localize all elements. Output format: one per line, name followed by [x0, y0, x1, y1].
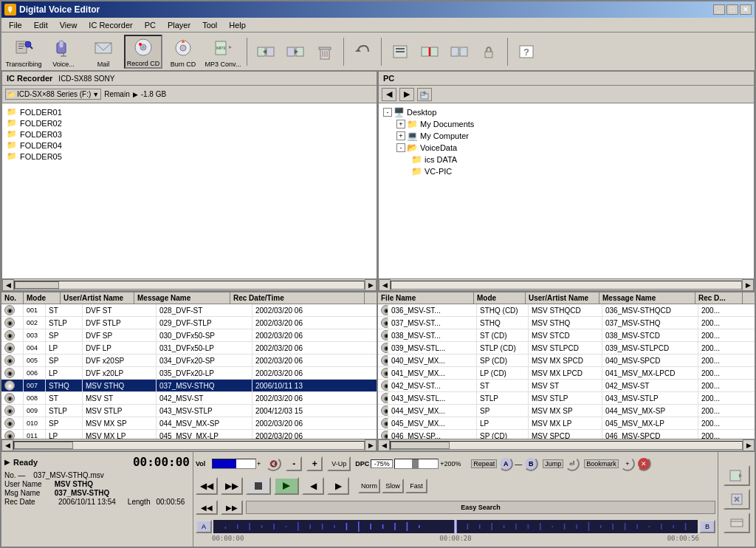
- back-button[interactable]: ◀: [382, 88, 396, 101]
- undo-button[interactable]: [348, 35, 377, 69]
- forward-step-button[interactable]: ▶▶: [221, 500, 243, 515]
- pc-scroll-right[interactable]: ▶: [742, 279, 754, 291]
- norm-button[interactable]: Norm: [358, 479, 380, 493]
- fast-button[interactable]: Fast: [405, 479, 427, 493]
- right-btn-3[interactable]: [724, 513, 750, 533]
- th-user[interactable]: User/Artist Name: [61, 292, 134, 304]
- menu-view[interactable]: View: [54, 19, 83, 31]
- waveform-display[interactable]: [213, 520, 698, 533]
- right-btn-2[interactable]: [724, 489, 750, 510]
- pc-table-row-8[interactable]: ◉ 044_MSV_MX... SP MSV MX SP 044_MSV_MX-…: [378, 405, 755, 417]
- vol-down-button[interactable]: 🔇: [265, 456, 281, 471]
- minimize-button[interactable]: _: [713, 4, 725, 15]
- delete-button[interactable]: [311, 35, 339, 69]
- table-row-ic-10[interactable]: ◉ 011 LP MSV MX LP 045_MSV_MX-LP 2002/03…: [1, 430, 377, 439]
- pc-table-row-3[interactable]: ◉ 039_MSV-STL... STLP (CD) MSV STLPCD 03…: [378, 342, 755, 355]
- table-row-ic-4[interactable]: ◉ 005 SP DVF x20SP 034_DVFx20-SP 2002/03…: [1, 355, 377, 367]
- pc-scroll-left[interactable]: ◀: [379, 279, 391, 291]
- play-button[interactable]: [274, 477, 299, 495]
- close-button[interactable]: ✕: [740, 4, 752, 15]
- table-row-ic-1[interactable]: ◉ 002 STLP DVF STLP 029_DVF-STLP 2002/03…: [1, 317, 377, 329]
- transcribing-button[interactable]: Transcribing: [4, 35, 43, 69]
- hscroll-track[interactable]: [14, 281, 365, 290]
- copy-from-pc-button[interactable]: [281, 35, 309, 69]
- menu-edit[interactable]: Edit: [28, 19, 54, 31]
- pc-hscroll-track[interactable]: [391, 281, 742, 290]
- v-up-button[interactable]: V-Up: [327, 456, 351, 471]
- folder-item-0[interactable]: 📁 FOLDER01: [5, 106, 374, 117]
- pc-table-row-9[interactable]: ◉ 045_MSV_MX... LP MSV MX LP 045_MSV_MX-…: [378, 417, 755, 430]
- repeat-b-button[interactable]: B: [523, 456, 538, 471]
- pc-th-user[interactable]: User/Artist Name: [526, 292, 599, 304]
- menu-player[interactable]: Player: [162, 19, 196, 31]
- menu-tool[interactable]: Tool: [196, 19, 223, 31]
- burn-cd-button[interactable]: Burn CD: [164, 35, 202, 69]
- pc-table-scroll-right[interactable]: ▶: [743, 439, 755, 451]
- pc-table-scroll-thumb[interactable]: [391, 442, 450, 449]
- repeat-a-button[interactable]: A: [498, 456, 513, 471]
- vol-minus-button[interactable]: -: [286, 456, 302, 471]
- pc-th-fname[interactable]: File Name: [378, 292, 474, 304]
- maximize-button[interactable]: □: [726, 4, 738, 15]
- copy-to-pc-button[interactable]: [252, 35, 280, 69]
- slow-button[interactable]: Slow: [382, 479, 404, 493]
- tree-voicedata[interactable]: - 📂 VoiceData: [382, 142, 751, 154]
- tree-vc-pic[interactable]: 📁 VC-PIC: [382, 165, 751, 177]
- voice-button[interactable]: Voice...: [44, 35, 83, 69]
- ic-table-scroll-track[interactable]: [13, 441, 365, 450]
- forward-slow-button[interactable]: ▶: [327, 477, 349, 495]
- record-cd-button[interactable]: Record CD: [124, 35, 162, 69]
- ic-table-scroll-thumb[interactable]: [14, 442, 73, 449]
- pc-table-row-7[interactable]: ◉ 043_MSV-STL... STLP MSV STLP 043_MSV-S…: [378, 392, 755, 405]
- pc-table-hscrollbar[interactable]: ◀ ▶: [378, 439, 755, 451]
- table-row-ic-8[interactable]: ◉ 009 STLP MSV STLP 043_MSV-STLP 2004/12…: [1, 405, 377, 417]
- folder-item-2[interactable]: 📁 FOLDER03: [5, 129, 374, 140]
- pc-table-row-0[interactable]: ◉ 036_MSV-ST... STHQ (CD) MSV STHQCD 036…: [378, 304, 755, 317]
- pc-table-scroll-track[interactable]: [390, 441, 743, 450]
- table-row-ic-6[interactable]: ◉ 007 STHQ MSV STHQ 037_MSV-STHQ 2006/10…: [1, 380, 377, 392]
- menu-ic-recorder[interactable]: IC Recorder: [83, 19, 138, 31]
- table-row-ic-7[interactable]: ◉ 008 ST MSV ST 042_MSV-ST 2002/03/20 06: [1, 392, 377, 405]
- pc-table-row-2[interactable]: ◉ 038_MSV-ST... ST (CD) MSV STCD 038_MSV…: [378, 329, 755, 342]
- properties-button[interactable]: [386, 35, 414, 69]
- ic-recorder-hscrollbar[interactable]: ◀ ▶: [2, 278, 377, 290]
- table-row-ic-0[interactable]: ◉ 001 ST DVF ST 028_DVF-ST 2002/03/20 06: [1, 304, 377, 317]
- th-mode[interactable]: Mode: [24, 292, 61, 304]
- mail-button[interactable]: Mail: [84, 35, 123, 69]
- lock-button[interactable]: [475, 35, 503, 69]
- folder-item-4[interactable]: 📁 FOLDER05: [5, 151, 374, 162]
- skip-forward-button[interactable]: ▶▶: [221, 477, 243, 495]
- table-row-ic-9[interactable]: ◉ 010 SP MSV MX SP 044_MSV_MX-SP 2002/03…: [1, 417, 377, 430]
- b-marker-button[interactable]: B: [699, 520, 715, 533]
- tree-desktop[interactable]: - 🖥️ Desktop: [382, 106, 751, 118]
- table-row-ic-2[interactable]: ◉ 003 SP DVF SP 030_DVFx50-SP 2002/03/20…: [1, 329, 377, 342]
- desktop-toggle[interactable]: -: [383, 108, 392, 117]
- table-row-ic-5[interactable]: ◉ 006 LP DVF x20LP 035_DVFx20-LP 2002/03…: [1, 367, 377, 380]
- split-button[interactable]: [416, 35, 444, 69]
- tree-my-documents[interactable]: + 📁 My Documents: [382, 118, 751, 130]
- table-row-ic-3[interactable]: ◉ 004 LP DVF LP 031_DVFx50-LP 2002/03/20…: [1, 342, 377, 355]
- th-rec[interactable]: Rec Date/Time: [230, 292, 365, 304]
- info-button[interactable]: [445, 35, 473, 69]
- vol-plus-button[interactable]: +: [306, 456, 323, 471]
- forward-button[interactable]: ▶: [399, 88, 414, 101]
- th-msg[interactable]: Message Name: [134, 292, 230, 304]
- pc-table-row-5[interactable]: ◉ 041_MSV_MX... LP (CD) MSV MX LPCD 041_…: [378, 367, 755, 380]
- pc-table-row-6[interactable]: ◉ 042_MSV-ST... ST MSV ST 042_MSV-ST 200…: [378, 380, 755, 392]
- scroll-right-btn[interactable]: ▶: [365, 279, 377, 291]
- pc-th-msg[interactable]: Message Name: [599, 292, 695, 304]
- vol-slider-track[interactable]: [212, 459, 256, 469]
- voicedata-toggle[interactable]: -: [396, 143, 405, 152]
- back-slow-button[interactable]: ◀: [302, 477, 324, 495]
- up-button[interactable]: [417, 88, 432, 101]
- ic-table-hscrollbar[interactable]: ◀ ▶: [1, 439, 377, 451]
- jump-button[interactable]: ⏎: [565, 456, 580, 471]
- dropdown-arrow[interactable]: ▼: [92, 91, 99, 98]
- ic-table-scroll-left[interactable]: ◀: [1, 439, 13, 451]
- pc-th-rec[interactable]: Rec D...: [695, 292, 743, 304]
- tree-my-computer[interactable]: + 💻 My Computer: [382, 130, 751, 142]
- pc-table-scroll-left[interactable]: ◀: [378, 439, 390, 451]
- pc-table-row-10[interactable]: ◉ 046_MSV-SP... SP (CD) MSV SPCD 046_MSV…: [378, 430, 755, 439]
- hscroll-thumb[interactable]: [15, 281, 59, 289]
- help-button[interactable]: ?: [512, 35, 540, 69]
